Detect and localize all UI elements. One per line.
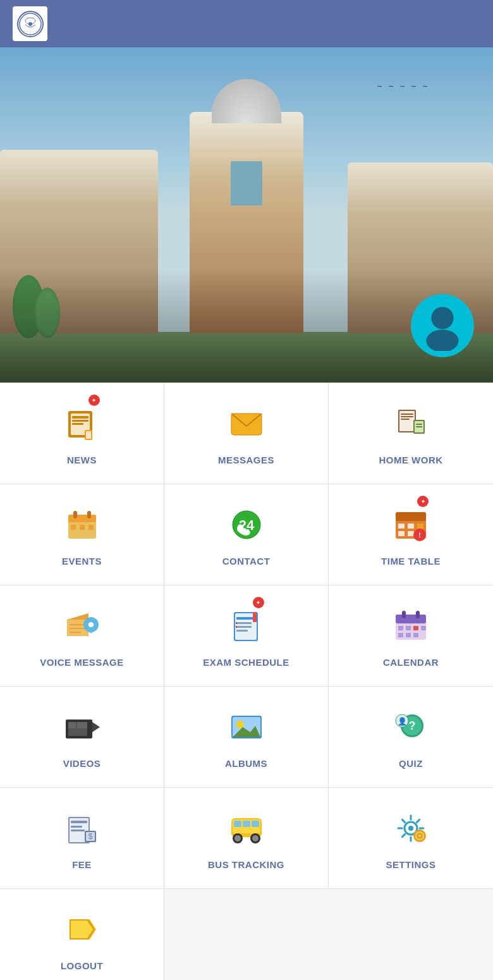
svg-rect-85 [71, 830, 85, 831]
fee-label: FEE [72, 859, 92, 870]
svg-marker-68 [92, 722, 100, 732]
svg-rect-36 [417, 524, 423, 529]
news-label: NEWS [67, 455, 97, 465]
settings-icon [389, 806, 433, 850]
voicemessage-icon [60, 604, 104, 648]
hero-banner: ∼ ∼ ∼ ∼ ∼ [0, 47, 493, 383]
svg-rect-60 [406, 626, 411, 630]
svg-point-102 [418, 835, 421, 837]
menu-item-events[interactable]: EVENTS [0, 484, 164, 585]
examschedule-label: EXAM SCHEDULE [203, 657, 289, 668]
svg-point-97 [252, 835, 259, 842]
svg-rect-84 [71, 826, 82, 828]
avatar-silhouette [417, 300, 468, 351]
svg-point-45 [89, 629, 93, 633]
school-logo [13, 6, 47, 41]
svg-rect-7 [72, 416, 88, 419]
svg-rect-38 [408, 531, 414, 536]
timetable-label: TIME TABLE [381, 556, 441, 567]
svg-rect-27 [71, 525, 76, 530]
settings-label: SETTINGS [386, 859, 435, 870]
svg-rect-93 [252, 821, 259, 827]
quiz-label: QUIZ [399, 758, 423, 769]
svg-point-95 [234, 835, 241, 842]
svg-rect-17 [401, 416, 413, 417]
svg-rect-70 [68, 722, 76, 728]
examschedule-icon [224, 604, 269, 648]
calendar-label: CALENDAR [383, 657, 439, 668]
svg-rect-61 [413, 626, 418, 630]
homework-icon [389, 401, 433, 446]
albums-icon [224, 705, 269, 749]
bustracking-icon [224, 806, 269, 850]
svg-text:?: ? [409, 720, 416, 732]
svg-rect-35 [408, 524, 414, 529]
menu-item-examschedule[interactable]: ✦ EXAM SCHEDULE [164, 585, 329, 687]
menu-item-voicemessage[interactable]: VOICE MESSAGE [0, 585, 164, 687]
svg-text:!: ! [418, 532, 420, 539]
menu-item-news[interactable]: ✦ NEWS [0, 383, 164, 484]
svg-rect-59 [398, 626, 403, 630]
timetable-icon: ! [389, 503, 433, 547]
menu-item-settings[interactable]: SETTINGS [329, 788, 493, 889]
svg-rect-57 [402, 611, 406, 618]
menu-item-timetable[interactable]: ✦ ! TIME TABLE [329, 484, 493, 585]
svg-rect-21 [416, 424, 422, 425]
events-icon [60, 503, 104, 547]
svg-rect-91 [234, 821, 241, 827]
svg-rect-64 [406, 633, 411, 637]
menu-item-messages[interactable]: MESSAGES [164, 383, 329, 484]
svg-point-99 [408, 826, 413, 831]
svg-rect-50 [236, 626, 252, 628]
menu-item-calendar[interactable]: CALENDAR [329, 585, 493, 687]
news-icon [60, 401, 104, 446]
svg-rect-71 [77, 722, 87, 728]
bustracking-label: BUS TRACKING [208, 859, 284, 870]
svg-rect-25 [73, 511, 77, 518]
menu-item-quiz[interactable]: ? 👤 QUIZ [329, 687, 493, 788]
homework-label: HOME WORK [379, 455, 442, 465]
svg-rect-65 [413, 633, 418, 637]
messages-label: MESSAGES [218, 455, 274, 465]
events-label: EVENTS [62, 556, 102, 567]
svg-rect-33 [396, 512, 426, 521]
menu-item-videos[interactable]: VIDEOS [0, 687, 164, 788]
svg-rect-48 [236, 617, 254, 620]
logout-icon [60, 907, 104, 952]
svg-point-3 [431, 307, 453, 329]
svg-text:👤: 👤 [398, 716, 407, 726]
svg-point-4 [426, 329, 458, 351]
quiz-icon: ? 👤 [389, 705, 433, 749]
menu-item-contact[interactable]: 24 CONTACT [164, 484, 329, 585]
voicemessage-label: VOICE MESSAGE [40, 657, 123, 668]
svg-rect-24 [68, 515, 96, 522]
menu-item-fee[interactable]: $ FEE [0, 788, 164, 889]
menu-item-logout[interactable]: LOGOUT [0, 889, 164, 980]
svg-rect-83 [71, 821, 87, 823]
videos-label: VIDEOS [63, 758, 101, 769]
svg-rect-58 [416, 611, 420, 618]
videos-icon [60, 705, 104, 749]
contact-label: CONTACT [222, 556, 271, 567]
svg-rect-51 [236, 630, 248, 632]
svg-rect-16 [401, 413, 413, 415]
app-header [0, 0, 493, 47]
svg-rect-62 [421, 626, 426, 630]
svg-rect-56 [396, 615, 426, 623]
svg-text:$: $ [88, 832, 92, 841]
svg-rect-34 [398, 524, 405, 529]
svg-rect-9 [72, 423, 83, 425]
svg-rect-37 [398, 531, 405, 536]
messages-icon [224, 401, 269, 446]
svg-rect-26 [87, 511, 91, 518]
menu-item-albums[interactable]: ALBUMS [164, 687, 329, 788]
svg-rect-54 [253, 612, 257, 622]
svg-rect-11 [86, 431, 91, 439]
svg-rect-49 [236, 622, 252, 624]
albums-label: ALBUMS [225, 758, 267, 769]
menu-item-bustracking[interactable]: BUS TRACKING [164, 788, 329, 889]
calendar-icon [389, 604, 433, 648]
menu-item-homework[interactable]: HOME WORK [329, 383, 493, 484]
svg-rect-18 [401, 419, 410, 420]
svg-rect-92 [243, 821, 250, 827]
